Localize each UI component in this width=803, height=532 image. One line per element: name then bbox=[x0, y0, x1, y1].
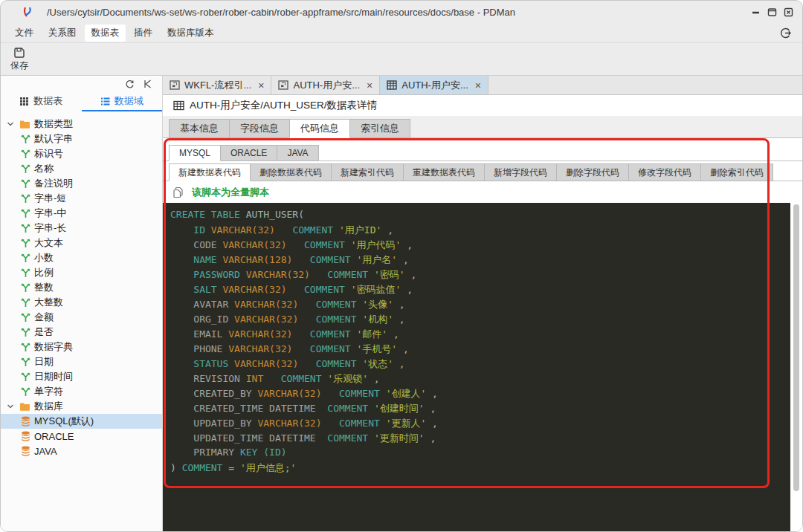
close-tab-icon[interactable]: × bbox=[475, 80, 481, 91]
refresh-icon[interactable] bbox=[125, 80, 135, 89]
code-token bbox=[170, 388, 193, 399]
tree-item[interactable]: 小数 bbox=[1, 250, 162, 265]
save-button[interactable]: 保存 bbox=[10, 47, 28, 72]
datatype-icon bbox=[21, 313, 30, 322]
tree-item[interactable]: 比例 bbox=[1, 265, 162, 280]
collapse-icon[interactable] bbox=[143, 80, 152, 88]
detail-tab-2[interactable]: 代码信息 bbox=[289, 119, 350, 138]
database-tab-0[interactable]: MYSQL bbox=[169, 145, 221, 161]
document-tab-label: AUTH-用户安... bbox=[402, 79, 468, 92]
sidebar-header bbox=[1, 76, 162, 92]
folder-icon bbox=[19, 120, 30, 129]
chevron-down-icon[interactable] bbox=[7, 120, 16, 128]
sidebar-tab-0[interactable]: 数据表 bbox=[1, 92, 82, 111]
tree-item[interactable]: 标识号 bbox=[1, 146, 162, 161]
datatype-icon bbox=[21, 134, 30, 144]
tree-item[interactable]: 名称 bbox=[1, 161, 162, 176]
menu-bar: 文件关系图数据表插件数据库版本 bbox=[1, 23, 802, 43]
code-type-tab-5[interactable]: 删除字段代码 bbox=[556, 163, 629, 181]
database-tab-1[interactable]: ORACLE bbox=[220, 145, 277, 161]
close-button[interactable] bbox=[784, 7, 793, 17]
code-type-tab-7[interactable]: 删除索引代码 bbox=[700, 163, 773, 181]
tree-item-label: 整数 bbox=[34, 281, 54, 294]
vertical-scrollbar[interactable] bbox=[790, 203, 802, 532]
tree-item-label: JAVA bbox=[34, 446, 57, 457]
tree-item[interactable]: 金额 bbox=[1, 310, 162, 325]
tree-item[interactable]: MYSQL(默认) bbox=[1, 414, 162, 429]
script-copy-icon[interactable] bbox=[172, 186, 184, 198]
tree-item-label: 数据字典 bbox=[34, 340, 73, 354]
code-type-tab-2[interactable]: 新建索引代码 bbox=[331, 163, 404, 181]
code-token bbox=[170, 328, 193, 340]
chevron-down-icon[interactable] bbox=[7, 403, 16, 410]
scrollbar-thumb[interactable] bbox=[793, 204, 799, 491]
tree-item[interactable]: 是否 bbox=[1, 325, 162, 340]
tree-item[interactable]: 整数 bbox=[1, 280, 162, 295]
code-token bbox=[368, 432, 374, 444]
code-token bbox=[240, 373, 246, 384]
minimize-button[interactable] bbox=[751, 7, 761, 17]
code-type-tab-1[interactable]: 删除数据表代码 bbox=[250, 163, 332, 181]
document-tab-2[interactable]: AUTH-用户安...× bbox=[380, 76, 488, 94]
tree-item[interactable]: 数据字典 bbox=[1, 340, 162, 354]
window-title: /Users/cytsir/Documents/ws-set/ws-rober/… bbox=[47, 7, 515, 18]
code-token: NAME bbox=[193, 254, 216, 265]
close-tab-icon[interactable]: × bbox=[367, 80, 373, 91]
code-token bbox=[316, 403, 328, 414]
code-token: , bbox=[405, 269, 417, 280]
code-type-tab-3[interactable]: 重建数据表代码 bbox=[403, 163, 485, 181]
logout-icon[interactable] bbox=[779, 27, 792, 39]
code-type-tab-0[interactable]: 新建数据表代码 bbox=[169, 163, 251, 181]
tree-item-label: 字串-长 bbox=[34, 221, 66, 235]
sidebar-tab-1[interactable]: 数据域 bbox=[82, 92, 163, 111]
database-tab-2[interactable]: JAVA bbox=[277, 145, 318, 161]
tree-item[interactable]: 大文本 bbox=[1, 236, 162, 250]
document-tab-1[interactable]: AUTH-用户安...× bbox=[271, 76, 380, 94]
tree-item[interactable]: 日期 bbox=[1, 354, 162, 369]
menu-item-4[interactable]: 数据库版本 bbox=[161, 25, 221, 42]
sidebar-tab-label: 数据表 bbox=[33, 94, 62, 108]
code-token: '更新时间' bbox=[374, 432, 425, 444]
detail-tab-0[interactable]: 基本信息 bbox=[169, 119, 230, 138]
code-type-tab-4[interactable]: 新增字段代码 bbox=[484, 163, 557, 181]
tree-item-label: MYSQL(默认) bbox=[34, 415, 94, 428]
tree-item[interactable]: 备注说明 bbox=[1, 176, 162, 191]
tree-item[interactable]: JAVA bbox=[1, 444, 162, 458]
code-token bbox=[170, 358, 193, 369]
sql-code-block[interactable]: CREATE TABLE AUTH_USER( ID VARCHAR(32) C… bbox=[163, 203, 790, 532]
close-tab-icon[interactable]: × bbox=[258, 80, 264, 91]
datatype-icon bbox=[21, 224, 30, 233]
code-token: COMMENT bbox=[327, 403, 368, 414]
code-token: INT bbox=[246, 373, 263, 384]
tree-item[interactable]: ORACLE bbox=[1, 429, 162, 444]
diagram-icon bbox=[170, 80, 180, 90]
tree-item[interactable]: 日期时间 bbox=[1, 369, 162, 384]
menu-item-3[interactable]: 插件 bbox=[127, 25, 159, 42]
code-token: PRIMARY bbox=[193, 447, 240, 458]
maximize-button[interactable] bbox=[767, 7, 777, 17]
tree-item[interactable]: 字串-中 bbox=[1, 206, 162, 221]
document-tab-0[interactable]: WKFL-流程引...× bbox=[163, 76, 271, 94]
tree-item-label: 数据库 bbox=[34, 400, 63, 413]
tree-item[interactable]: 字串-短 bbox=[1, 191, 162, 206]
menu-item-0[interactable]: 文件 bbox=[8, 25, 40, 42]
tree-item[interactable]: 字串-长 bbox=[1, 221, 162, 236]
menu-item-1[interactable]: 关系图 bbox=[42, 25, 83, 42]
detail-tab-3[interactable]: 索引信息 bbox=[349, 119, 410, 138]
tree-item[interactable]: 默认字串 bbox=[1, 132, 162, 146]
code-token: CREATED_TIME bbox=[193, 403, 263, 414]
code-type-tab-6[interactable]: 修改字段代码 bbox=[628, 163, 701, 181]
code-token bbox=[228, 299, 234, 310]
tree-item[interactable]: 单字符 bbox=[1, 384, 162, 399]
code-line: ) COMMENT = '用户信息;' bbox=[170, 461, 790, 476]
code-token bbox=[170, 269, 193, 280]
menu-item-2[interactable]: 数据表 bbox=[85, 25, 126, 42]
tree-item[interactable]: 大整数 bbox=[1, 295, 162, 310]
detail-tab-1[interactable]: 字段信息 bbox=[229, 119, 290, 138]
code-token: AVATAR bbox=[193, 299, 228, 310]
code-token: '更新人' bbox=[386, 418, 427, 429]
tree-item[interactable]: 数据库 bbox=[1, 399, 162, 414]
tree-item[interactable]: 数据类型 bbox=[1, 117, 162, 132]
code-token: VARCHAR(32) bbox=[234, 358, 298, 369]
grid-icon bbox=[19, 97, 29, 106]
